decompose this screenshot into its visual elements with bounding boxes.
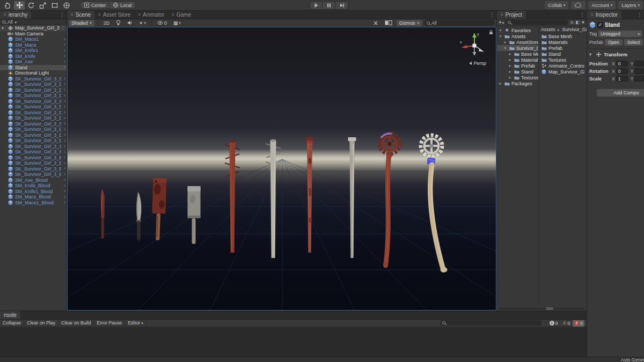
hierarchy-item[interactable]: SK_Survivor_Girl_3_Di›	[0, 110, 67, 116]
project-file-item[interactable]: Map_Survivor_Girl	[539, 69, 587, 75]
editor-dropdown[interactable]: Editor▾	[125, 320, 147, 327]
step-button[interactable]	[335, 1, 348, 10]
hierarchy-item[interactable]: SK_Survivor_Girl_3_Bl›	[0, 155, 67, 161]
pivot-center-button[interactable]: Center	[80, 1, 109, 9]
prefab-chevron-icon[interactable]: ›	[64, 116, 65, 121]
expand-arrow-icon[interactable]: ▾	[2, 26, 6, 31]
hierarchy-item[interactable]: SK_Survivor_Girl_3_Bl›	[0, 166, 67, 172]
perspective-toggle[interactable]: Persp	[469, 61, 486, 66]
scale-tool-button[interactable]	[38, 1, 48, 10]
search-by-type-icon[interactable]: ◎	[570, 20, 574, 25]
hierarchy-item[interactable]: SK_Survivor_Girl_3_Sl›	[0, 99, 67, 105]
hierarchy-item[interactable]: SK_Survivor_Girl_3_Sl›	[0, 144, 67, 150]
prefab-chevron-icon[interactable]: ›	[64, 166, 65, 171]
project-tree-item[interactable]: ▸Textures	[497, 75, 538, 80]
add-component-button[interactable]: Add Compo	[597, 89, 644, 97]
error-filter-button[interactable]: !0	[573, 320, 584, 327]
y-value-field[interactable]	[634, 68, 644, 74]
prefab-chevron-icon[interactable]: ›	[64, 195, 65, 200]
project-tree-item[interactable]: ▾★Favorites	[497, 27, 538, 33]
hierarchy-item[interactable]: SK_Survivor_Girl_3_Di›	[0, 87, 67, 93]
project-tree-item[interactable]: ▸Base Me	[497, 51, 538, 57]
search-by-label-icon[interactable]: ◧	[575, 20, 580, 25]
panel-menu-icon[interactable]: ⋮	[60, 12, 65, 18]
prefab-chevron-icon[interactable]: ›	[64, 200, 65, 205]
hierarchy-item[interactable]: SM_Axe›	[0, 59, 67, 65]
hierarchy-item[interactable]: SK_Survivor_Girl_3_Di›	[0, 104, 67, 110]
transform-component-header[interactable]: ▾ Transform	[589, 51, 642, 57]
prefab-chevron-icon[interactable]: ›	[64, 37, 65, 42]
lock-icon[interactable]	[489, 29, 493, 35]
foldout-arrow-icon[interactable]: ▸	[508, 75, 512, 80]
move-tool-button[interactable]	[14, 1, 25, 10]
foldout-arrow-icon[interactable]: ▸	[508, 57, 512, 62]
info-filter-button[interactable]: i0	[548, 320, 560, 327]
prefab-chevron-icon[interactable]: ›	[64, 87, 65, 92]
hierarchy-item[interactable]: SK_Survivor_Girl_3_Di›	[0, 93, 67, 99]
tab-scene[interactable]: ≡Scene	[67, 11, 94, 19]
weapon-spiked-bat-gray[interactable]	[266, 139, 281, 258]
foldout-arrow-icon[interactable]: ▸	[503, 40, 507, 45]
tab-animator[interactable]: ≡Animator	[134, 11, 168, 19]
slider-thumb[interactable]	[546, 307, 553, 310]
panel-menu-icon[interactable]: ⋮	[580, 12, 585, 18]
prefab-chevron-icon[interactable]: ›	[64, 172, 65, 177]
project-file-item[interactable]: Materials	[539, 39, 587, 45]
hierarchy-item[interactable]: SM_Knife1›	[0, 48, 67, 54]
warning-filter-button[interactable]: ⚠0	[560, 320, 572, 327]
transform-tool-button[interactable]	[61, 1, 72, 10]
console-search-field[interactable]	[440, 320, 542, 326]
prefab-chevron-icon[interactable]: ›	[64, 127, 65, 132]
prefab-chevron-icon[interactable]: ›	[64, 121, 65, 126]
hierarchy-item[interactable]: SK_Survivor_Girl_3_Bl›	[0, 172, 67, 178]
weapon-knife-curved[interactable]	[136, 191, 142, 240]
scene-3d-canvas[interactable]	[68, 27, 496, 311]
tab-inspector[interactable]: ≡Inspector	[587, 11, 621, 19]
tab-hierarchy[interactable]: ≡ierarchy	[0, 11, 31, 19]
layers-button[interactable]: Layers▾	[618, 1, 643, 9]
scene-visibility-button[interactable]: 0	[155, 20, 169, 26]
weapon-cleaver-bloody[interactable]	[151, 178, 167, 241]
hierarchy-item[interactable]: SM_Mace_Blood›	[0, 194, 67, 200]
scene-menu-icon[interactable]: ⋮	[61, 26, 65, 31]
foldout-arrow-icon[interactable]: ▾	[589, 52, 594, 57]
down-axis-cone[interactable]	[473, 52, 477, 56]
draw-mode-dropdown[interactable]: Shaded▾	[69, 20, 94, 26]
2d-toggle-button[interactable]: 2D	[101, 20, 112, 26]
tab-asset-store[interactable]: ≡Asset Store	[94, 11, 134, 19]
prefab-chevron-icon[interactable]: ›	[64, 155, 65, 160]
project-tree-item[interactable]: ▾Assets	[497, 33, 538, 39]
tab-game[interactable]: ≡Game	[168, 11, 195, 19]
hierarchy-item[interactable]: Directional Light	[0, 70, 67, 76]
weapon-gear-wrench-white[interactable]	[421, 135, 448, 272]
prefab-chevron-icon[interactable]: ›	[64, 65, 65, 70]
project-file-item[interactable]: Base Mesh	[539, 33, 587, 39]
foldout-arrow-icon[interactable]: ▾	[499, 28, 502, 33]
prefab-chevron-icon[interactable]: ›	[64, 99, 65, 104]
weapon-cleaver-gray[interactable]	[188, 186, 201, 244]
rotate-tool-button[interactable]	[26, 1, 36, 10]
hierarchy-item[interactable]: SM_Knife›	[0, 54, 67, 60]
prefab-chevron-icon[interactable]: ›	[64, 161, 65, 166]
hierarchy-item[interactable]: SM_Mace1›	[0, 36, 67, 42]
tab-console[interactable]: nsole	[0, 311, 20, 319]
weapon-gear-wrench-red[interactable]	[379, 134, 400, 265]
hierarchy-item[interactable]: SM_Knife_Blood›	[0, 183, 67, 189]
hierarchy-item[interactable]: SK_Survivor_Girl_3_Sl›	[0, 76, 67, 82]
pause-button[interactable]	[323, 1, 335, 10]
orientation-gizmo[interactable]: y x	[459, 31, 489, 61]
cloud-button[interactable]	[571, 1, 586, 9]
prefab-open-button[interactable]: Open	[605, 39, 623, 46]
foldout-arrow-icon[interactable]: ▸	[508, 69, 512, 74]
hand-tool-button[interactable]	[2, 1, 13, 10]
project-tree-item[interactable]: ▸Material	[497, 57, 538, 63]
gizmos-dropdown[interactable]: Gizmos▾	[397, 20, 422, 26]
project-tree-item[interactable]: ▸Packages	[497, 80, 538, 86]
create-asset-button[interactable]: +▾	[499, 20, 504, 25]
x-axis-cone[interactable]	[462, 45, 467, 48]
z-axis-cone[interactable]	[479, 49, 484, 52]
tool-settings-button[interactable]	[371, 20, 380, 26]
hierarchy-item[interactable]: SK_Survivor_Girl_3_Sl›	[0, 121, 67, 127]
grid-dropdown-button[interactable]: ▦▾	[171, 20, 183, 26]
prefab-chevron-icon[interactable]: ›	[64, 144, 65, 149]
